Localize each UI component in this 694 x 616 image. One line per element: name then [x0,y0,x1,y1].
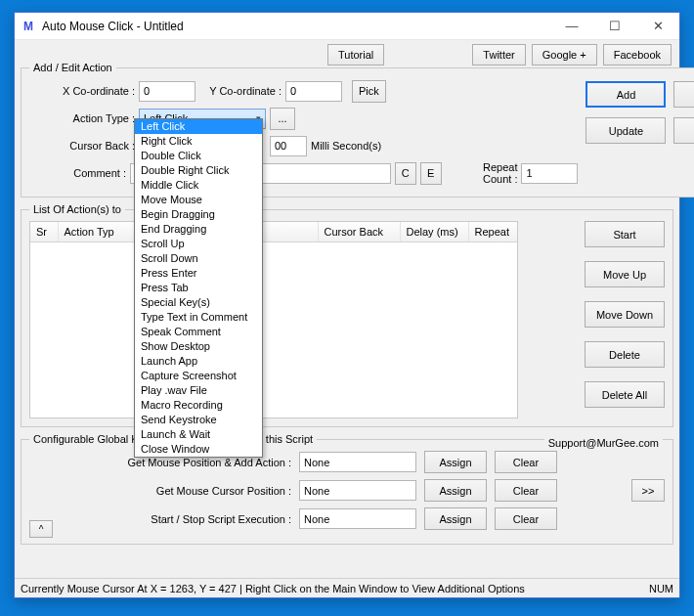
action-type-option[interactable]: Double Click [135,149,262,163]
col-delay[interactable]: Delay (ms) [400,222,468,242]
comment-e-button[interactable]: E [420,162,442,185]
hk1-assign-button[interactable]: Assign [424,451,487,473]
titlebar: M Auto Mouse Click - Untitled — ☐ ✕ [15,13,679,40]
app-icon: M [21,19,36,34]
collapse-button[interactable]: ^ [29,520,53,538]
action-type-label: Action Type : [29,112,135,124]
close-button[interactable]: ✕ [636,13,679,40]
update-button[interactable]: Update [586,117,666,144]
save-button[interactable]: Save [673,117,694,144]
action-type-option[interactable]: Type Text in Comment [135,310,262,325]
hk2-clear-button[interactable]: Clear [495,479,557,502]
add-button[interactable]: Add [586,81,666,108]
x-coord-label: X Co-ordinate : [29,85,135,97]
delay-input[interactable] [270,136,307,156]
action-type-option[interactable]: Right Click [135,134,262,149]
app-window: M Auto Mouse Click - Untitled — ☐ ✕ Tuto… [14,12,680,598]
statusbar: Currently Mouse Cursor At X = 1263, Y = … [15,578,679,597]
action-type-option[interactable]: End Dragging [135,222,262,237]
group-add-edit: Add / Edit Action X Co-ordinate : Y Co-o… [21,62,694,198]
action-type-dropdown[interactable]: Left ClickRight ClickDouble ClickDouble … [134,118,263,458]
comment-c-button[interactable]: C [395,162,416,185]
y-coord-label: Y Co-ordinate : [199,85,282,97]
hk1-label: Get Mouse Position & Add Action : [29,457,291,468]
action-type-option[interactable]: Left Click [135,119,262,134]
action-type-option[interactable]: Scroll Down [135,251,262,266]
move-down-button[interactable]: Move Down [585,301,665,328]
action-type-option[interactable]: Play .wav File [135,383,262,398]
action-type-option[interactable]: Launch & Wait [135,427,262,442]
pick-button[interactable]: Pick [352,80,386,103]
more-shortcuts-button[interactable]: >> [631,479,665,502]
y-coord-input[interactable] [285,81,342,102]
hk3-clear-button[interactable]: Clear [495,507,557,530]
action-type-option[interactable]: Move Mouse [135,193,262,207]
hk2-assign-button[interactable]: Assign [424,479,487,502]
action-type-option[interactable]: Scroll Up [135,237,262,251]
support-link[interactable]: Support@MurGee.com [544,437,663,449]
action-type-option[interactable]: Press Tab [135,281,262,295]
hk3-input[interactable] [299,508,416,529]
repeat-count-input[interactable] [521,163,578,184]
action-type-option[interactable]: Begin Dragging [135,207,262,222]
minimize-button[interactable]: — [550,13,593,40]
window-title: Auto Mouse Click - Untitled [42,20,550,33]
action-type-option[interactable]: Capture Screenshot [135,369,262,383]
client-area: Tutorial Twitter Google + Facebook Add /… [15,40,679,578]
hk2-input[interactable] [299,480,416,501]
action-type-option[interactable]: Show Desktop [135,339,262,354]
delete-all-button[interactable]: Delete All [585,381,665,408]
hk1-input[interactable] [299,452,416,472]
col-action-type[interactable]: Action Typ [58,222,144,242]
action-type-more-button[interactable]: ... [270,108,295,130]
action-type-option[interactable]: Special Key(s) [135,295,262,310]
action-type-option[interactable]: Launch App [135,354,262,369]
delete-button[interactable]: Delete [585,341,665,368]
action-type-option[interactable]: Speak Comment [135,325,262,339]
col-repeat[interactable]: Repeat [468,222,518,242]
action-type-option[interactable]: Send Keystroke [135,413,262,427]
move-up-button[interactable]: Move Up [585,261,665,287]
repeat-count-label: Repeat Count : [452,161,518,185]
hk1-clear-button[interactable]: Clear [495,451,557,473]
action-type-option[interactable]: Press Enter [135,266,262,281]
hk2-label: Get Mouse Cursor Position : [29,485,291,497]
col-sr[interactable]: Sr [30,222,58,242]
delay-unit-label: Milli Second(s) [311,140,381,152]
action-type-option[interactable]: Middle Click [135,178,262,193]
start-button[interactable]: Start [585,221,665,247]
comment-label: Comment : [29,167,126,179]
action-type-option[interactable]: Double Right Click [135,163,262,178]
x-coord-input[interactable] [139,81,195,102]
group-action-list-legend: List Of Action(s) to [29,203,125,215]
col-cursor-back[interactable]: Cursor Back [318,222,400,242]
action-table[interactable]: Sr Action Typ Cursor Back Delay (ms) Rep… [29,221,518,418]
action-type-option[interactable]: Close Window [135,442,262,457]
hk3-assign-button[interactable]: Assign [424,507,487,530]
statusbar-text: Currently Mouse Cursor At X = 1263, Y = … [21,583,649,594]
group-shortcuts: Configurable Global Keyboard Shortcut Ke… [21,433,673,545]
load-button[interactable]: Load [673,81,694,108]
maximize-button[interactable]: ☐ [593,13,636,40]
group-add-edit-legend: Add / Edit Action [29,62,116,73]
group-action-list: List Of Action(s) to Sr Action Typ [21,203,673,427]
cursor-back-label: Cursor Back : [29,140,135,152]
statusbar-numlock: NUM [649,583,673,594]
action-type-option[interactable]: Macro Recording [135,398,262,413]
hk3-label: Start / Stop Script Execution : [29,513,291,525]
